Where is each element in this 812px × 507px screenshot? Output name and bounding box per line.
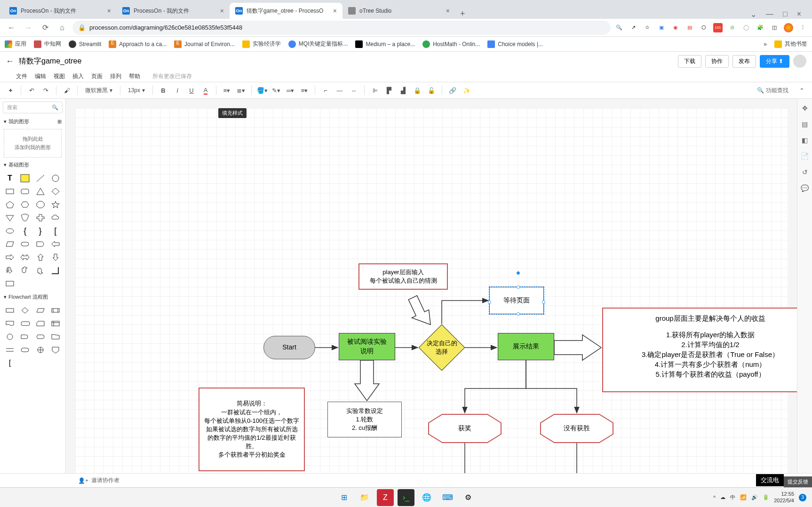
node-group-logic[interactable]: group层面主要是解决每个人的收益 1.获得所有player的输入数据 2.计…: [602, 308, 797, 392]
fc-storage[interactable]: [19, 318, 31, 329]
page-icon[interactable]: 📄: [800, 151, 810, 161]
node-lose[interactable]: 没有获胜: [540, 414, 613, 443]
triangle-shape[interactable]: [34, 186, 47, 197]
ext-1-icon[interactable]: ▣: [657, 23, 666, 32]
arrow-left-shape[interactable]: [49, 239, 62, 249]
u-arrow-shape[interactable]: [19, 265, 31, 276]
fan-shape[interactable]: [4, 213, 16, 223]
zotero-app[interactable]: Z: [377, 489, 394, 506]
theme-icon[interactable]: ◧: [800, 135, 810, 145]
line-color-button[interactable]: ✎▾: [271, 85, 282, 96]
half-circle-shape[interactable]: [34, 239, 47, 249]
zoom-icon[interactable]: 🔍: [614, 23, 624, 32]
rounded-shape[interactable]: [19, 239, 31, 249]
invite-collaborator[interactable]: 👤+ 邀请协作者: [78, 476, 119, 484]
forward-button[interactable]: →: [22, 21, 35, 34]
underline-button[interactable]: U: [186, 85, 197, 96]
menu-page[interactable]: 页面: [91, 72, 103, 80]
onedrive-icon[interactable]: ☁: [720, 494, 725, 500]
share-icon[interactable]: ↗: [629, 23, 638, 32]
octagon-shape[interactable]: [34, 199, 47, 210]
battery-icon[interactable]: 🔋: [763, 494, 769, 500]
unlock-button[interactable]: 🔓: [426, 85, 437, 96]
document-title[interactable]: 猜数字game_otree: [19, 56, 81, 66]
note-shape[interactable]: [19, 173, 31, 183]
extensions-icon[interactable]: 🧩: [756, 23, 765, 32]
bookmark-item[interactable]: 中知网: [34, 40, 61, 48]
diamond-shape[interactable]: [49, 186, 62, 197]
fill-color-button[interactable]: 🪣▾: [256, 85, 268, 96]
my-shapes-section[interactable]: ▾ 我的图形 ⊞: [0, 116, 65, 127]
cross-shape[interactable]: [34, 213, 47, 223]
shape-drop-zone[interactable]: 拖到此处 添加到我的图形: [4, 129, 62, 158]
fc-or[interactable]: [34, 345, 47, 355]
fc-offpage[interactable]: [49, 345, 62, 355]
wifi-icon[interactable]: 📶: [740, 494, 747, 500]
share-button[interactable]: 分享 ⬆: [760, 55, 789, 68]
tab-2[interactable]: On ProcessOn - 我的文件 ×: [117, 3, 230, 19]
tab-4[interactable]: oTree Studio ×: [342, 3, 455, 19]
fc-delay[interactable]: [19, 332, 31, 342]
corner-arrow-shape[interactable]: [49, 265, 62, 276]
language-icon[interactable]: 中: [730, 494, 735, 501]
close-window-icon[interactable]: ×: [797, 10, 801, 19]
terminal-app[interactable]: ›_: [398, 489, 414, 506]
align-button[interactable]: ≡▾: [221, 85, 232, 96]
volume-icon[interactable]: 🔊: [751, 494, 758, 500]
fc-terminator[interactable]: [19, 345, 31, 355]
explorer-app[interactable]: 📁: [356, 489, 373, 506]
line-solid-button[interactable]: —: [334, 85, 345, 96]
bracket-shape[interactable]: [: [49, 226, 62, 236]
bold-button[interactable]: B: [158, 85, 169, 96]
fc-process[interactable]: [4, 305, 16, 316]
menu-insert[interactable]: 插入: [72, 72, 84, 80]
navigator-icon[interactable]: ✥: [800, 103, 810, 113]
profile-icon[interactable]: [784, 23, 793, 32]
download-button[interactable]: 下载: [678, 55, 701, 68]
line-width-button[interactable]: ═▾: [285, 85, 296, 96]
bookmark-item[interactable]: EJournal of Environ...: [174, 40, 235, 48]
ext-3-icon[interactable]: ▤: [685, 23, 694, 32]
fc-extract[interactable]: [4, 345, 16, 355]
tab-1[interactable]: On ProcessOn - 我的文件 ×: [4, 3, 117, 19]
ext-4-icon[interactable]: ⬡: [699, 23, 709, 32]
magic-button[interactable]: ✨: [461, 85, 472, 96]
align-objects-button[interactable]: ⊫: [369, 85, 381, 96]
bookmark-item[interactable]: 实验经济学: [242, 40, 281, 48]
arrow-up-shape[interactable]: [34, 252, 47, 262]
text-color-button[interactable]: A: [200, 85, 211, 96]
chrome-app[interactable]: 🌐: [418, 489, 435, 506]
node-show-results[interactable]: 展示结果: [498, 333, 554, 360]
u-arrow2-shape[interactable]: [34, 265, 47, 276]
text-tool[interactable]: T: [4, 173, 16, 183]
bookmark-item[interactable]: MQI关键定量指标...: [288, 40, 348, 48]
bookmark-item[interactable]: Choice models |...: [487, 40, 543, 48]
fc-decision[interactable]: [19, 305, 31, 316]
brace-left-shape[interactable]: {: [19, 226, 31, 236]
send-back-button[interactable]: ▟: [398, 85, 409, 96]
fc-card[interactable]: [34, 318, 47, 329]
bookmark-item[interactable]: HostMath - Onlin...: [422, 40, 480, 48]
ai-button[interactable]: ✦: [5, 85, 16, 96]
font-family-select[interactable]: 微软雅黑 ▾: [82, 86, 115, 95]
turn-arrow-shape[interactable]: [4, 265, 16, 276]
bookmark-item[interactable]: Streamlit: [69, 40, 101, 48]
ext-6-icon[interactable]: ⊘: [727, 23, 737, 32]
cloud-shape[interactable]: [49, 213, 62, 223]
reload-button[interactable]: ⟳: [39, 21, 52, 34]
back-arrow-icon[interactable]: ←: [6, 56, 14, 66]
redo-button[interactable]: ↷: [40, 85, 51, 96]
ext-7-icon[interactable]: ◯: [741, 23, 751, 32]
bookmark-item[interactable]: Medium – a place...: [355, 40, 415, 48]
undo-button[interactable]: ↶: [26, 85, 37, 96]
menu-help[interactable]: 帮助: [129, 72, 140, 80]
comment-icon[interactable]: 💬: [800, 183, 810, 193]
fc-bracket[interactable]: [: [4, 358, 16, 368]
brace-right-shape[interactable]: }: [34, 226, 47, 236]
home-button[interactable]: ⌂: [56, 21, 69, 34]
line-style-button[interactable]: ≡▾: [299, 85, 310, 96]
chevron-down-icon[interactable]: ⌄: [750, 10, 756, 19]
other-bookmarks[interactable]: 其他书签: [774, 40, 807, 48]
node-read-instructions[interactable]: 被试阅读实验 说明: [339, 333, 395, 360]
ellipse-shape[interactable]: [4, 226, 16, 236]
